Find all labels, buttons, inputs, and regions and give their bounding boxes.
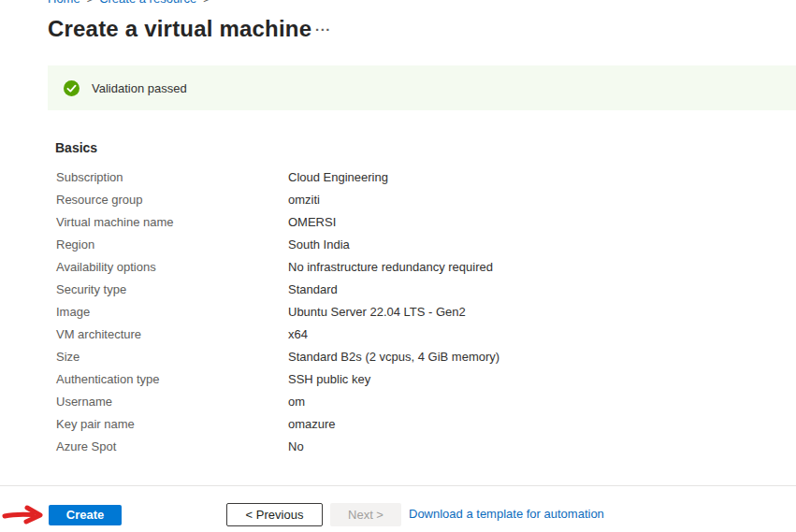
footer-divider xyxy=(0,485,796,486)
breadcrumb: Home>Create a resource> xyxy=(48,0,216,6)
field-value: No infrastructure redundancy required xyxy=(288,260,493,274)
field-value: omazure xyxy=(288,417,336,431)
table-row: VM architecture x64 xyxy=(56,323,748,345)
field-value: No xyxy=(288,439,304,453)
field-value: SSH public key xyxy=(288,372,370,386)
page-title: Create a virtual machine xyxy=(48,16,311,42)
create-button[interactable]: Create xyxy=(49,505,122,525)
field-value: Standard xyxy=(288,282,338,296)
previous-button[interactable]: < Previous xyxy=(226,503,323,526)
table-row: Subscription Cloud Engineering xyxy=(56,165,748,188)
field-label: VM architecture xyxy=(56,327,288,341)
table-row: Authentication type SSH public key xyxy=(56,367,748,390)
table-row: Virtual machine name OMERSI xyxy=(56,210,748,233)
field-label: Availability options xyxy=(56,260,288,274)
table-row: Key pair name omazure xyxy=(56,412,748,435)
field-label: Subscription xyxy=(56,170,288,184)
breadcrumb-separator: > xyxy=(203,0,209,5)
basics-summary-table: Subscription Cloud Engineering Resource … xyxy=(56,165,748,457)
field-label: Azure Spot xyxy=(56,439,288,453)
field-value: OMERSI xyxy=(288,215,336,229)
field-value: Cloud Engineering xyxy=(288,170,388,184)
next-button[interactable]: Next > xyxy=(330,503,401,526)
create-vm-page: Home>Create a resource> Create a virtual… xyxy=(0,0,796,532)
validation-banner: Validation passed xyxy=(48,65,796,110)
table-row: Username om xyxy=(56,390,748,412)
section-heading-basics: Basics xyxy=(55,140,97,155)
field-value: South India xyxy=(288,237,350,252)
field-value: omziti xyxy=(288,193,320,207)
field-label: Size xyxy=(56,350,288,364)
table-row: Resource group omziti xyxy=(56,188,748,210)
table-row: Security type Standard xyxy=(56,278,748,300)
field-label: Authentication type xyxy=(56,372,288,386)
field-value: om xyxy=(288,395,305,409)
breadcrumb-separator: > xyxy=(87,0,93,5)
more-options-icon[interactable]: ... xyxy=(315,19,331,34)
annotation-arrow-icon xyxy=(2,504,49,526)
field-label: Key pair name xyxy=(56,417,288,431)
download-template-link[interactable]: Download a template for automation xyxy=(409,507,604,521)
field-label: Region xyxy=(56,237,288,252)
field-label: Image xyxy=(56,305,288,319)
field-value: Ubuntu Server 22.04 LTS - Gen2 xyxy=(288,305,466,319)
table-row: Size Standard B2s (2 vcpus, 4 GiB memory… xyxy=(56,345,748,367)
field-label: Security type xyxy=(56,282,288,296)
table-row: Region South India xyxy=(56,233,748,255)
field-label: Username xyxy=(56,395,288,409)
validation-banner-text: Validation passed xyxy=(92,81,187,95)
table-row: Availability options No infrastructure r… xyxy=(56,255,748,278)
success-check-icon xyxy=(64,80,80,96)
table-row: Image Ubuntu Server 22.04 LTS - Gen2 xyxy=(56,300,748,323)
table-row: Azure Spot No xyxy=(56,435,748,457)
breadcrumb-home-link[interactable]: Home xyxy=(48,0,80,6)
field-label: Virtual machine name xyxy=(56,215,288,229)
field-value: Standard B2s (2 vcpus, 4 GiB memory) xyxy=(288,350,499,364)
field-value: x64 xyxy=(288,327,308,341)
breadcrumb-create-a-resource-link[interactable]: Create a resource xyxy=(99,0,196,6)
field-label: Resource group xyxy=(56,193,288,207)
